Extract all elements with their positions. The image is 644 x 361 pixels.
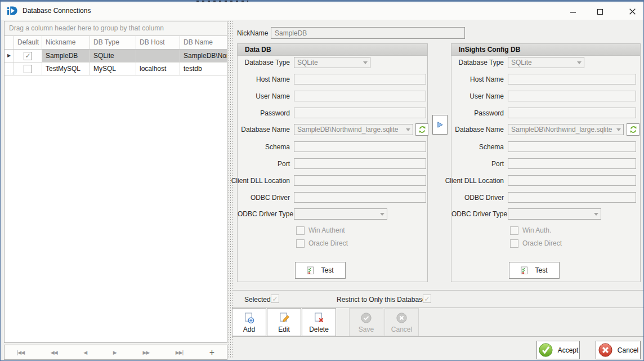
odbc-driver-type-label: ODBC Driver Type (451, 210, 504, 218)
port-input[interactable] (294, 158, 426, 169)
maximize-button[interactable] (589, 4, 611, 19)
cfg-schema-input[interactable] (508, 141, 636, 152)
accept-button-label: Accept (558, 346, 579, 354)
cfg-odbc-driver-input[interactable] (508, 192, 636, 203)
default-checkbox[interactable] (24, 65, 32, 73)
oracle-direct-checkbox[interactable] (296, 239, 305, 248)
host-name-label: Host Name (451, 75, 504, 83)
cfg-refresh-database-list-button[interactable] (627, 123, 639, 136)
test-connection-button[interactable]: Test (295, 262, 346, 279)
db-name-cell[interactable]: SampleDB\Nor... (180, 50, 227, 62)
nickname-cell[interactable]: TestMySQL (42, 63, 90, 75)
dialog-cancel-button[interactable]: Cancel (596, 341, 641, 359)
chevron-down-icon (592, 209, 601, 219)
schema-input[interactable] (294, 141, 426, 152)
edit-button[interactable]: Edit (267, 308, 301, 336)
database-type-select[interactable]: SQLite (294, 57, 370, 68)
cfg-password-input[interactable] (508, 108, 636, 118)
nav-next-button[interactable]: ▶ (113, 350, 117, 355)
schema-label: Schema (238, 143, 290, 151)
restrict-checkbox[interactable]: ✓ (423, 295, 431, 303)
db-type-cell[interactable]: SQLite (90, 50, 136, 62)
database-type-value: SQLite (294, 59, 361, 66)
cfg-user-name-input[interactable] (508, 91, 636, 101)
column-header-default[interactable]: Default (14, 36, 42, 49)
edit-pencil-icon (278, 311, 290, 324)
cfg-test-connection-button[interactable]: Test (509, 262, 560, 279)
refresh-database-list-button[interactable] (415, 123, 428, 136)
cfg-client-dll-location-input[interactable] (508, 175, 636, 186)
client-dll-location-input[interactable] (294, 175, 426, 186)
refresh-icon (629, 126, 637, 133)
column-header-nickname[interactable]: Nickname (42, 36, 90, 49)
accept-button[interactable]: Accept (536, 341, 580, 359)
minimize-button[interactable] (562, 4, 584, 19)
nav-fast-prev-button[interactable]: ◀◀ (51, 350, 57, 355)
column-header-db-name[interactable]: DB Name (180, 36, 227, 49)
user-name-label: User Name (238, 92, 290, 100)
cfg-host-name-input[interactable] (508, 74, 636, 84)
cfg-oracle-direct-label: Oracle Direct (522, 239, 562, 247)
cfg-test-button-label: Test (535, 266, 547, 274)
data-db-panel-title: Data DB (238, 44, 427, 56)
column-header-db-host[interactable]: DB Host (136, 36, 180, 49)
add-button[interactable]: Add (232, 308, 266, 336)
cfg-database-type-select[interactable]: SQLite (508, 57, 584, 68)
nickname-field[interactable] (271, 27, 465, 39)
accept-check-icon (538, 342, 553, 358)
database-name-value: SampleDB\Northwind_large.sqlite (294, 126, 404, 133)
odbc-driver-input[interactable] (294, 192, 426, 203)
host-name-input[interactable] (294, 74, 426, 84)
cancel-edit-button[interactable]: Cancel (384, 308, 419, 336)
cancel-x-icon (598, 342, 613, 358)
table-row[interactable]: ▶ ✓ SampleDB SQLite SampleDB\Nor... (5, 50, 227, 63)
chevron-down-icon (404, 124, 413, 135)
win-auth-checkbox[interactable] (296, 226, 305, 235)
nav-prev-button[interactable]: ◀ (83, 350, 87, 355)
db-type-cell[interactable]: MySQL (90, 63, 136, 75)
nav-last-button[interactable]: ▶▶| (176, 350, 183, 355)
row-indicator (5, 63, 14, 75)
cfg-win-auth-checkbox[interactable] (510, 226, 518, 235)
selected-checkbox[interactable]: ✓ (271, 295, 279, 303)
password-input[interactable] (294, 108, 426, 118)
db-host-cell[interactable]: localhost (136, 63, 180, 75)
cfg-database-name-select[interactable]: SampleDB\Northwind_large.sqlite (508, 124, 624, 135)
test-checklist-icon (521, 266, 528, 275)
titlebar[interactable]: Database Connections (1, 2, 644, 20)
cfg-oracle-direct-checkbox[interactable] (510, 239, 518, 248)
database-name-label: Database Name (451, 126, 504, 133)
nav-fast-next-button[interactable]: ▶▶ (142, 350, 149, 355)
db-host-cell[interactable] (136, 50, 180, 62)
group-by-hint[interactable]: Drag a column header here to group by th… (5, 21, 227, 36)
table-row[interactable]: TestMySQL MySQL localhost testdb (5, 63, 227, 75)
copy-to-config-button[interactable] (432, 115, 448, 135)
window-title: Database Connections (23, 7, 91, 15)
add-page-icon (243, 311, 256, 324)
delete-page-icon (312, 311, 325, 324)
nav-first-button[interactable]: |◀◀ (17, 350, 24, 355)
db-name-cell[interactable]: testdb (180, 63, 227, 75)
host-name-label: Host Name (238, 75, 290, 83)
save-button[interactable]: Save (349, 308, 383, 336)
port-label: Port (238, 160, 290, 168)
column-header-db-type[interactable]: DB Type (90, 36, 136, 49)
schema-label: Schema (451, 143, 504, 151)
close-button[interactable] (621, 4, 643, 19)
delete-button[interactable]: Delete (302, 308, 336, 336)
cfg-port-input[interactable] (508, 158, 636, 169)
database-name-label: Database Name (238, 126, 290, 133)
user-name-input[interactable] (294, 91, 426, 101)
nav-add-row-button[interactable]: + (209, 347, 214, 358)
odbc-driver-type-select[interactable] (294, 208, 387, 220)
separator-line (232, 290, 644, 291)
default-cell[interactable] (14, 63, 42, 75)
default-checkbox[interactable]: ✓ (24, 52, 32, 60)
nickname-cell[interactable]: SampleDB (42, 50, 90, 62)
database-name-select[interactable]: SampleDB\Northwind_large.sqlite (294, 124, 413, 135)
user-name-label: User Name (451, 92, 504, 100)
cfg-odbc-driver-type-select[interactable] (508, 208, 601, 220)
close-icon (628, 7, 637, 16)
database-type-label: Database Type (238, 59, 290, 66)
default-cell[interactable]: ✓ (14, 50, 42, 62)
